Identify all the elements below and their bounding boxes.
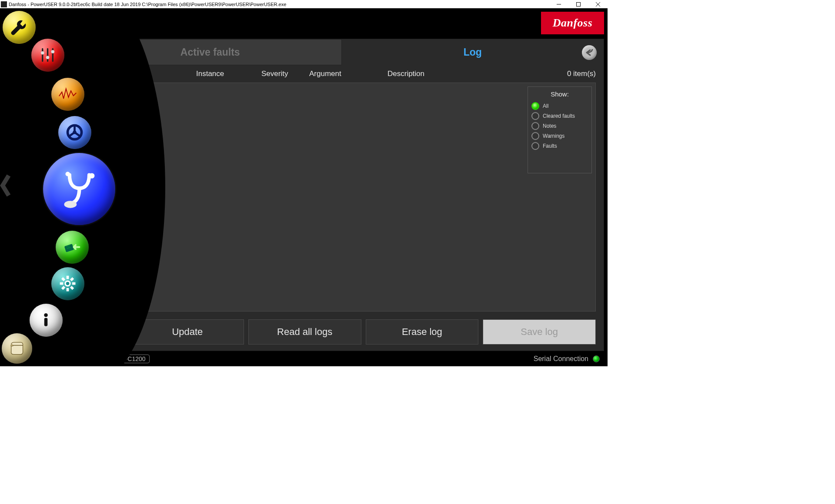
chevron-left-icon (0, 174, 11, 197)
read-all-button[interactable]: Read all logs (248, 319, 361, 345)
tab-log[interactable]: Log (342, 39, 604, 65)
svg-point-2 (46, 56, 50, 60)
filter-label: Warnings (543, 133, 564, 139)
svg-rect-22 (61, 286, 65, 290)
window-titlebar: Danfoss - PowerUSER 9.0.0-2bf1ec6c Build… (0, 0, 608, 8)
connection-led-icon (593, 355, 600, 362)
nav-info[interactable] (30, 304, 63, 337)
back-arrow-icon (585, 49, 594, 56)
collapse-sidebar-button[interactable] (0, 174, 11, 201)
svg-point-25 (66, 282, 70, 285)
svg-point-15 (70, 247, 70, 248)
erase-log-button[interactable]: Erase log (366, 319, 479, 345)
nav-diagnose[interactable] (42, 152, 117, 226)
svg-point-8 (65, 172, 70, 176)
svg-rect-0 (576, 2, 580, 6)
gear-icon (57, 273, 78, 294)
nav-tools[interactable] (3, 11, 36, 44)
svg-point-26 (44, 313, 48, 317)
close-icon (596, 2, 600, 7)
svg-point-11 (68, 246, 69, 247)
col-description: Description (387, 70, 548, 78)
svg-point-6 (64, 201, 77, 208)
col-instance: Instance (196, 70, 261, 78)
nav-signals[interactable] (51, 78, 84, 111)
svg-point-7 (89, 173, 94, 178)
scroll-icon (7, 339, 26, 358)
log-table-header: Time Instance Severity Argument Descript… (131, 70, 596, 78)
svg-point-13 (67, 248, 68, 249)
filter-label: All (543, 103, 548, 109)
window-title: Danfoss - PowerUSER 9.0.0-2bf1ec6c Build… (9, 2, 286, 7)
col-argument: Argument (309, 70, 387, 78)
svg-rect-17 (67, 276, 69, 279)
radio-icon (531, 102, 539, 110)
svg-point-12 (69, 245, 70, 246)
svg-point-1 (41, 52, 44, 55)
svg-rect-19 (60, 282, 63, 285)
col-severity: Severity (261, 70, 309, 78)
maximize-icon (576, 2, 581, 7)
action-button-row: Update Read all logs Erase log Save log (131, 319, 596, 345)
nav-settings[interactable] (51, 267, 84, 300)
filter-label: Cleared faults (543, 113, 575, 119)
radio-icon (531, 112, 539, 120)
waveform-icon (57, 84, 78, 104)
steering-icon (64, 122, 85, 143)
status-bar: Inverter EC-C1200 Serial Connection (78, 351, 608, 366)
wrench-icon (9, 17, 29, 37)
filter-option-all[interactable]: All (531, 102, 588, 110)
radio-icon (531, 132, 539, 140)
svg-rect-23 (61, 277, 65, 281)
svg-point-10 (67, 246, 67, 247)
app-icon (1, 1, 7, 7)
svg-point-3 (51, 50, 55, 54)
window-maximize-button[interactable] (568, 0, 588, 8)
svg-rect-27 (44, 318, 48, 326)
log-table-body: Show: All Cleared faults Notes Warnings (131, 83, 596, 312)
nav-import[interactable] (56, 231, 89, 264)
radio-icon (531, 142, 539, 150)
nav-tune[interactable] (31, 39, 64, 72)
filter-panel: Show: All Cleared faults Notes Warnings (528, 86, 592, 173)
svg-rect-20 (72, 282, 76, 285)
app-root: Danfoss Active faults Log Time Instance … (0, 8, 608, 366)
filter-option-warnings[interactable]: Warnings (531, 132, 588, 140)
filter-title: Show: (531, 90, 588, 98)
svg-rect-9 (64, 244, 74, 252)
radio-icon (531, 122, 539, 130)
info-icon (36, 310, 56, 330)
minimize-icon (557, 2, 561, 7)
stethoscope-icon (57, 167, 102, 212)
filter-label: Notes (543, 123, 556, 129)
filter-option-cleared[interactable]: Cleared faults (531, 112, 588, 120)
filter-option-faults[interactable]: Faults (531, 142, 588, 150)
svg-rect-21 (70, 277, 74, 281)
chip-arrow-icon (62, 237, 82, 257)
window-minimize-button[interactable] (549, 0, 568, 8)
sliders-icon (37, 45, 58, 65)
svg-rect-24 (70, 286, 74, 290)
update-button[interactable]: Update (131, 319, 244, 345)
nav (0, 8, 122, 366)
nav-gauge[interactable] (58, 116, 91, 149)
back-button[interactable] (582, 45, 597, 60)
filter-label: Faults (543, 143, 557, 149)
nav-scroll[interactable] (2, 333, 32, 364)
item-count: 0 item(s) (548, 70, 596, 78)
connection-label: Serial Connection (534, 355, 588, 363)
save-log-button[interactable]: Save log (483, 319, 596, 345)
tab-strip: Active faults Log (79, 39, 604, 65)
brand-logo: Danfoss (541, 12, 604, 34)
svg-point-14 (69, 248, 70, 249)
window-close-button[interactable] (588, 0, 608, 8)
svg-rect-18 (67, 288, 69, 292)
filter-option-notes[interactable]: Notes (531, 122, 588, 130)
